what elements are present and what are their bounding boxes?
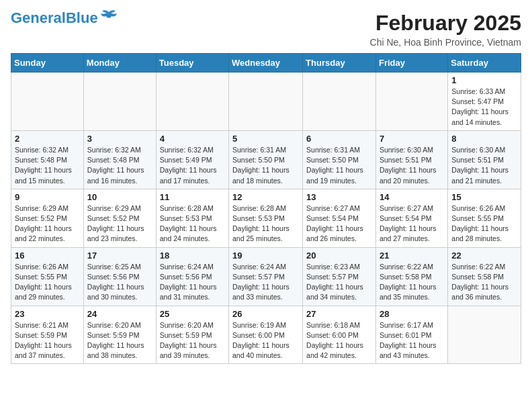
- day-info: Sunrise: 6:29 AM Sunset: 5:52 PM Dayligh…: [87, 203, 152, 244]
- day-info: Sunrise: 6:18 AM Sunset: 6:00 PM Dayligh…: [306, 320, 372, 361]
- table-row: 26Sunrise: 6:19 AM Sunset: 6:00 PM Dayli…: [229, 306, 303, 364]
- table-row: 28Sunrise: 6:17 AM Sunset: 6:01 PM Dayli…: [375, 306, 447, 364]
- col-friday: Friday: [375, 54, 447, 73]
- col-saturday: Saturday: [448, 54, 521, 73]
- col-sunday: Sunday: [11, 54, 84, 73]
- table-row: 15Sunrise: 6:26 AM Sunset: 5:55 PM Dayli…: [448, 189, 521, 247]
- day-info: Sunrise: 6:21 AM Sunset: 5:59 PM Dayligh…: [15, 320, 80, 361]
- col-monday: Monday: [83, 54, 156, 73]
- table-row: 6Sunrise: 6:31 AM Sunset: 5:50 PM Daylig…: [303, 130, 376, 189]
- day-info: Sunrise: 6:24 AM Sunset: 5:57 PM Dayligh…: [232, 262, 299, 303]
- day-number: 3: [87, 134, 152, 144]
- day-number: 21: [380, 250, 444, 261]
- day-info: Sunrise: 6:30 AM Sunset: 5:51 PM Dayligh…: [451, 145, 517, 186]
- table-row: 16Sunrise: 6:26 AM Sunset: 5:55 PM Dayli…: [11, 247, 84, 306]
- table-row: [303, 73, 376, 131]
- table-row: 13Sunrise: 6:27 AM Sunset: 5:54 PM Dayli…: [303, 189, 376, 247]
- table-row: 22Sunrise: 6:22 AM Sunset: 5:58 PM Dayli…: [448, 247, 521, 306]
- day-info: Sunrise: 6:27 AM Sunset: 5:54 PM Dayligh…: [380, 203, 444, 244]
- logo-text: GeneralBlue: [11, 11, 98, 26]
- table-row: 12Sunrise: 6:28 AM Sunset: 5:53 PM Dayli…: [229, 189, 303, 247]
- table-row: [375, 73, 447, 131]
- day-number: 19: [232, 250, 299, 261]
- day-number: 18: [160, 250, 225, 261]
- day-number: 4: [160, 134, 225, 144]
- table-row: 1Sunrise: 6:33 AM Sunset: 5:47 PM Daylig…: [448, 73, 521, 131]
- day-info: Sunrise: 6:20 AM Sunset: 5:59 PM Dayligh…: [87, 320, 152, 361]
- calendar-week-3: 9Sunrise: 6:29 AM Sunset: 5:52 PM Daylig…: [11, 189, 521, 247]
- day-info: Sunrise: 6:19 AM Sunset: 6:00 PM Dayligh…: [232, 320, 299, 361]
- table-row: 10Sunrise: 6:29 AM Sunset: 5:52 PM Dayli…: [83, 189, 156, 247]
- day-number: 15: [451, 192, 517, 202]
- day-number: 14: [380, 192, 444, 202]
- day-number: 1: [451, 75, 517, 85]
- table-row: 2Sunrise: 6:32 AM Sunset: 5:48 PM Daylig…: [11, 130, 84, 189]
- table-row: 21Sunrise: 6:22 AM Sunset: 5:58 PM Dayli…: [375, 247, 447, 306]
- day-info: Sunrise: 6:27 AM Sunset: 5:54 PM Dayligh…: [306, 203, 372, 244]
- location-subtitle: Chi Ne, Hoa Binh Province, Vietnam: [370, 37, 521, 48]
- day-info: Sunrise: 6:33 AM Sunset: 5:47 PM Dayligh…: [451, 87, 517, 128]
- day-number: 5: [232, 134, 299, 144]
- day-info: Sunrise: 6:17 AM Sunset: 6:01 PM Dayligh…: [380, 320, 444, 361]
- table-row: 17Sunrise: 6:25 AM Sunset: 5:56 PM Dayli…: [83, 247, 156, 306]
- day-number: 11: [160, 192, 225, 202]
- day-info: Sunrise: 6:32 AM Sunset: 5:48 PM Dayligh…: [87, 145, 152, 186]
- day-number: 9: [15, 192, 80, 202]
- table-row: 5Sunrise: 6:31 AM Sunset: 5:50 PM Daylig…: [229, 130, 303, 189]
- table-row: 24Sunrise: 6:20 AM Sunset: 5:59 PM Dayli…: [83, 306, 156, 364]
- table-row: [83, 73, 156, 131]
- day-info: Sunrise: 6:24 AM Sunset: 5:56 PM Dayligh…: [160, 262, 225, 303]
- table-row: [156, 73, 228, 131]
- day-info: Sunrise: 6:22 AM Sunset: 5:58 PM Dayligh…: [380, 262, 444, 303]
- month-year-title: February 2025: [370, 11, 521, 36]
- table-row: 25Sunrise: 6:20 AM Sunset: 5:59 PM Dayli…: [156, 306, 228, 364]
- day-info: Sunrise: 6:23 AM Sunset: 5:57 PM Dayligh…: [306, 262, 372, 303]
- col-thursday: Thursday: [303, 54, 376, 73]
- day-number: 26: [232, 309, 299, 319]
- logo-bird-icon: [99, 9, 118, 24]
- day-info: Sunrise: 6:20 AM Sunset: 5:59 PM Dayligh…: [160, 320, 225, 361]
- calendar-week-1: 1Sunrise: 6:33 AM Sunset: 5:47 PM Daylig…: [11, 73, 521, 131]
- table-row: 3Sunrise: 6:32 AM Sunset: 5:48 PM Daylig…: [83, 130, 156, 189]
- day-info: Sunrise: 6:31 AM Sunset: 5:50 PM Dayligh…: [306, 145, 372, 186]
- day-info: Sunrise: 6:32 AM Sunset: 5:48 PM Dayligh…: [15, 145, 80, 186]
- day-info: Sunrise: 6:25 AM Sunset: 5:56 PM Dayligh…: [87, 262, 152, 303]
- calendar-week-4: 16Sunrise: 6:26 AM Sunset: 5:55 PM Dayli…: [11, 247, 521, 306]
- table-row: 27Sunrise: 6:18 AM Sunset: 6:00 PM Dayli…: [303, 306, 376, 364]
- day-info: Sunrise: 6:32 AM Sunset: 5:49 PM Dayligh…: [160, 145, 225, 186]
- day-number: 2: [15, 134, 80, 144]
- col-wednesday: Wednesday: [229, 54, 303, 73]
- table-row: 18Sunrise: 6:24 AM Sunset: 5:56 PM Dayli…: [156, 247, 228, 306]
- day-number: 23: [15, 309, 80, 319]
- day-info: Sunrise: 6:28 AM Sunset: 5:53 PM Dayligh…: [232, 203, 299, 244]
- day-info: Sunrise: 6:30 AM Sunset: 5:51 PM Dayligh…: [380, 145, 444, 186]
- logo: GeneralBlue: [11, 11, 118, 26]
- day-number: 20: [306, 250, 372, 261]
- day-info: Sunrise: 6:31 AM Sunset: 5:50 PM Dayligh…: [232, 145, 299, 186]
- day-info: Sunrise: 6:28 AM Sunset: 5:53 PM Dayligh…: [160, 203, 225, 244]
- table-row: 11Sunrise: 6:28 AM Sunset: 5:53 PM Dayli…: [156, 189, 228, 247]
- day-number: 6: [306, 134, 372, 144]
- day-number: 24: [87, 309, 152, 319]
- table-row: [11, 73, 84, 131]
- table-row: 7Sunrise: 6:30 AM Sunset: 5:51 PM Daylig…: [375, 130, 447, 189]
- day-number: 12: [232, 192, 299, 202]
- day-number: 7: [380, 134, 444, 144]
- page-header: GeneralBlue February 2025 Chi Ne, Hoa Bi…: [11, 11, 521, 48]
- day-number: 22: [451, 250, 517, 261]
- table-row: [448, 306, 521, 364]
- day-number: 27: [306, 309, 372, 319]
- table-row: 20Sunrise: 6:23 AM Sunset: 5:57 PM Dayli…: [303, 247, 376, 306]
- table-row: 9Sunrise: 6:29 AM Sunset: 5:52 PM Daylig…: [11, 189, 84, 247]
- calendar-table: Sunday Monday Tuesday Wednesday Thursday…: [11, 53, 521, 364]
- col-tuesday: Tuesday: [156, 54, 228, 73]
- day-info: Sunrise: 6:29 AM Sunset: 5:52 PM Dayligh…: [15, 203, 80, 244]
- calendar-header-row: Sunday Monday Tuesday Wednesday Thursday…: [11, 54, 521, 73]
- table-row: 4Sunrise: 6:32 AM Sunset: 5:49 PM Daylig…: [156, 130, 228, 189]
- table-row: 8Sunrise: 6:30 AM Sunset: 5:51 PM Daylig…: [448, 130, 521, 189]
- table-row: 19Sunrise: 6:24 AM Sunset: 5:57 PM Dayli…: [229, 247, 303, 306]
- day-number: 10: [87, 192, 152, 202]
- day-number: 25: [160, 309, 225, 319]
- day-number: 28: [380, 309, 444, 319]
- title-section: February 2025 Chi Ne, Hoa Binh Province,…: [370, 11, 521, 48]
